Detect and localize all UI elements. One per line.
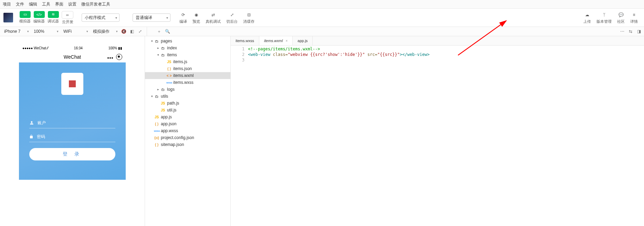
tree-label: logs (167, 87, 175, 92)
project-avatar[interactable] (3, 13, 13, 22)
js-icon: JS (160, 101, 166, 105)
tree-label: items.wxss (173, 80, 194, 85)
cloud-dev-button[interactable]: ∞云开发 (62, 11, 73, 24)
menu-bar: 项目 文件 编辑 工具 界面 设置 微信开发者工具 (0, 0, 644, 9)
menu-interface[interactable]: 界面 (55, 0, 63, 8)
switch-bg-button[interactable]: ⤢切后台 (226, 11, 238, 24)
menu-settings[interactable]: 设置 (68, 0, 76, 8)
mute-icon[interactable]: 🔇 (121, 28, 127, 35)
menu-edit[interactable]: 编辑 (29, 0, 37, 8)
tree-label: items.wxml (173, 73, 194, 78)
main-area: ●●●●● WeChat ⁄⁄ 16:34 100% ▮▮ WeChat 账户 (0, 36, 644, 226)
menu-project[interactable]: 项目 (3, 0, 11, 8)
tab-items-wxss[interactable]: items.wxss (231, 36, 259, 45)
tree-item-app-wxss[interactable]: wxssapp.wxss (145, 127, 230, 134)
code-area[interactable]: 123 <!--pages/items/items.wxml--> <web-v… (231, 46, 644, 226)
lock-icon (29, 134, 33, 139)
compile-button[interactable]: ⟳编译 (179, 11, 187, 24)
folder-icon: 🗀 (160, 88, 166, 91)
tree-item-index[interactable]: ▸🗀index (145, 45, 230, 51)
clear-cache-button[interactable]: ⊟清缓存 (243, 11, 255, 24)
tree-label: index (167, 46, 177, 50)
editor-button[interactable]: </>编辑器 (33, 11, 45, 24)
toolbar: ▭模拟器 </>编辑器 ≋调试器 ∞云开发 小程序模式 普通编译 ⟳编译 ◉预览… (0, 9, 644, 27)
file-explorer: ▾🗀pages▸🗀index▾🗀itemsJSitems.js{ }items.… (145, 36, 231, 226)
js-icon: JS (160, 108, 166, 112)
remote-debug-button[interactable]: ⇄真机调试 (206, 11, 221, 24)
tab-app-js[interactable]: app.js (293, 36, 313, 45)
split-icon[interactable]: ◧ (129, 28, 135, 35)
tree-label: util.js (167, 108, 176, 112)
popout-icon[interactable]: ⤢ (137, 28, 143, 35)
editor-pane: items.wxssitems.wxml×app.js 123 <!--page… (231, 36, 644, 226)
wxss-icon: wxss (166, 81, 172, 84)
tree-label: items.js (173, 59, 187, 64)
tree-label: app.wxss (161, 128, 178, 133)
network-select[interactable]: WiFi (61, 28, 89, 35)
login-page: 账户 密码 登 录 (19, 62, 126, 180)
capsule-close-icon[interactable] (116, 54, 122, 60)
tree-item-items-json[interactable]: { }items.json (145, 65, 230, 72)
folder-icon: 🗀 (154, 39, 159, 43)
menu-devtools[interactable]: 微信开发者工具 (81, 0, 110, 8)
user-avatar-icon (61, 73, 83, 95)
editor-tabs: items.wxssitems.wxml×app.js (231, 36, 644, 46)
tree-item-items-wxss[interactable]: wxssitems.wxss (145, 79, 230, 86)
tree-item-util-js[interactable]: JSutil.js (145, 107, 230, 114)
dock-icon[interactable]: ◨ (636, 28, 642, 35)
wxml-icon: < > (166, 74, 172, 78)
tree-item-sitemap-json[interactable]: { }sitemap.json (145, 141, 230, 148)
folder-icon: 🗀 (154, 95, 159, 98)
tree-item-pages[interactable]: ▾🗀pages (145, 38, 230, 45)
mock-select[interactable]: 模拟操作 (91, 28, 118, 35)
password-field[interactable]: 密码 (29, 131, 115, 142)
tree-label: items.json (173, 66, 192, 71)
json-icon: {o} (154, 136, 159, 140)
menu-file[interactable]: 文件 (16, 0, 24, 8)
device-select[interactable]: iPhone 7 (2, 28, 30, 35)
file-tree: ▾🗀pages▸🗀index▾🗀itemsJSitems.js{ }items.… (145, 36, 230, 226)
new-file-icon[interactable]: ＋ (156, 28, 162, 35)
community-button[interactable]: 💬社区 (617, 11, 625, 24)
tree-label: utils (161, 94, 168, 99)
more-icon[interactable]: ⋯ (619, 28, 625, 35)
tree-item-path-js[interactable]: JSpath.js (145, 100, 230, 107)
zoom-select[interactable]: 100% (32, 28, 59, 35)
search-icon[interactable]: 🔍 (164, 28, 170, 35)
phone-title: WeChat (64, 54, 81, 60)
tree-item-project-config-json[interactable]: {o}project.config.json (145, 134, 230, 141)
js-icon: JS (154, 115, 159, 119)
tab-items-wxml[interactable]: items.wxml× (259, 36, 293, 45)
collapse-icon[interactable]: ⇆ (627, 28, 634, 35)
tree-item-app-json[interactable]: { }app.json (145, 120, 230, 127)
debugger-button[interactable]: ≋调试器 (48, 11, 59, 24)
simulator-subbar: iPhone 7 100% WiFi 模拟操作 🔇 ◧ ⤢ ＋ 🔍 ⋯ ⇆ ◨ (0, 27, 644, 36)
tree-item-logs[interactable]: ▸🗀logs (145, 86, 230, 93)
login-button[interactable]: 登 录 (29, 148, 115, 160)
tree-label: items (167, 52, 177, 57)
tree-item-items-wxml[interactable]: < >items.wxml (145, 72, 230, 79)
tree-item-utils[interactable]: ▾🗀utils (145, 93, 230, 100)
detail-button[interactable]: ≡详情 (630, 11, 638, 24)
version-button[interactable]: ᛘ版本管理 (596, 11, 612, 24)
phone-frame: ●●●●● WeChat ⁄⁄ 16:34 100% ▮▮ WeChat 账户 (19, 45, 126, 180)
tree-item-items-js[interactable]: JSitems.js (145, 58, 230, 65)
js-icon: JS (166, 60, 172, 64)
simulator-button[interactable]: ▭模拟器 (19, 11, 31, 24)
upload-button[interactable]: ☁上传 (583, 11, 591, 24)
app-mode-select[interactable]: 小程序模式 (82, 13, 120, 22)
account-field[interactable]: 账户 (29, 118, 115, 128)
preview-button[interactable]: ◉预览 (193, 11, 200, 24)
compile-mode-select[interactable]: 普通编译 (133, 13, 170, 22)
capsule-menu-icon[interactable] (107, 54, 113, 60)
tree-item-items[interactable]: ▾🗀items (145, 51, 230, 58)
line-gutter: 123 (231, 46, 248, 226)
person-icon (29, 120, 34, 125)
close-tab-icon[interactable]: × (285, 39, 288, 43)
folder-icon: 🗀 (160, 53, 166, 57)
phone-nav-bar: WeChat (19, 51, 126, 62)
menu-tools[interactable]: 工具 (42, 0, 50, 8)
tree-item-app-js[interactable]: JSapp.js (145, 114, 230, 120)
tree-label: project.config.json (161, 135, 194, 140)
json-icon: { } (166, 67, 172, 71)
